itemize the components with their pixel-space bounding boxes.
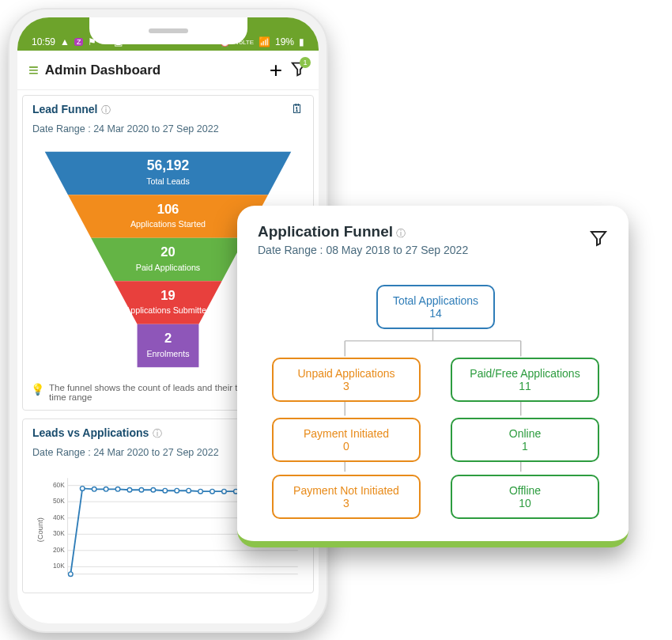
node-online[interactable]: Online 1	[451, 418, 599, 462]
app-funnel-date: Date Range : 08 May 2018 to 27 Sep 2022	[258, 244, 468, 256]
svg-text:56,192: 56,192	[147, 157, 190, 173]
funnel-step-0: 56,192 Total Leads	[45, 152, 292, 195]
svg-point-36	[139, 487, 144, 492]
lead-funnel-date: Date Range : 24 Mar 2020 to 27 Sep 2022	[23, 123, 313, 141]
svg-point-33	[104, 487, 108, 492]
warning-icon: ▲	[60, 36, 70, 47]
svg-text:(Count): (Count)	[36, 517, 44, 542]
funnel-step-4: 2 Enrolments	[138, 324, 199, 368]
node-payment-not-initiated[interactable]: Payment Not Initiated 3	[272, 475, 421, 519]
phone-notch	[89, 17, 247, 44]
svg-text:Applications Submitted: Applications Submitted	[125, 305, 211, 315]
svg-point-32	[92, 487, 96, 492]
add-button[interactable]: +	[270, 58, 282, 83]
lva-title: Leads vs Applications	[32, 426, 149, 439]
signal-bars-icon: 📶	[259, 36, 270, 47]
battery-percent: 19%	[275, 36, 294, 47]
page-title: Admin Dashboard	[45, 62, 262, 78]
svg-point-34	[115, 487, 120, 492]
node-payment-initiated[interactable]: Payment Initiated 0	[272, 418, 421, 462]
funnel-icon	[589, 229, 608, 248]
svg-text:Paid Applications: Paid Applications	[136, 263, 200, 272]
svg-point-41	[198, 489, 203, 494]
node-paid-free-applications[interactable]: Paid/Free Applications 11	[451, 358, 599, 402]
svg-text:2: 2	[164, 331, 172, 346]
filter-button[interactable]: 1	[290, 60, 308, 81]
svg-text:19: 19	[160, 288, 175, 303]
svg-text:Total Leads: Total Leads	[146, 176, 190, 186]
svg-text:60K: 60K	[53, 481, 65, 489]
app-badge-icon: Z	[74, 38, 84, 46]
status-time: 10:59	[32, 36, 55, 47]
svg-point-30	[69, 572, 74, 577]
lead-funnel-title: Lead Funnel	[32, 103, 97, 116]
svg-text:Enrolments: Enrolments	[146, 349, 189, 358]
svg-point-37	[151, 487, 156, 492]
info-icon[interactable]: ⓘ	[396, 228, 406, 239]
svg-text:Applications Started: Applications Started	[130, 219, 206, 229]
app-funnel-title: Application Funnel	[258, 223, 393, 240]
svg-point-39	[175, 488, 179, 493]
node-unpaid-applications[interactable]: Unpaid Applications 3	[272, 358, 421, 402]
svg-point-40	[187, 488, 191, 493]
svg-point-31	[80, 487, 85, 491]
svg-text:20K: 20K	[53, 546, 65, 554]
bulb-icon: 💡	[31, 383, 44, 396]
node-total-applications[interactable]: Total Applications 14	[376, 285, 495, 329]
node-offline[interactable]: Offline 10	[451, 475, 599, 519]
filter-badge: 1	[300, 57, 311, 68]
svg-text:30K: 30K	[53, 529, 65, 537]
svg-text:20: 20	[160, 244, 175, 259]
info-icon[interactable]: ⓘ	[153, 428, 162, 439]
svg-point-43	[222, 489, 227, 494]
battery-icon: ▮	[299, 36, 304, 47]
app-bar: ≡ Admin Dashboard + 1	[17, 51, 319, 90]
calendar-icon[interactable]: 🗓	[291, 102, 304, 116]
funnel-step-3: 19 Applications Submitted	[114, 281, 221, 324]
svg-point-42	[210, 489, 215, 494]
svg-text:40K: 40K	[53, 513, 65, 521]
svg-text:10K: 10K	[53, 562, 65, 570]
svg-point-35	[127, 487, 132, 492]
filter-button[interactable]	[589, 229, 608, 251]
menu-icon[interactable]: ≡	[28, 60, 37, 81]
funnel-step-2: 20 Paid Applications	[91, 238, 245, 282]
svg-text:50K: 50K	[53, 497, 65, 505]
svg-text:106: 106	[157, 202, 179, 217]
info-icon[interactable]: ⓘ	[101, 104, 111, 116]
y-ticks: 60K 50K 40K 30K 20K 10K	[53, 481, 65, 570]
svg-point-38	[163, 488, 168, 493]
application-funnel-panel: Application Funnel ⓘ Date Range : 08 May…	[237, 206, 629, 547]
